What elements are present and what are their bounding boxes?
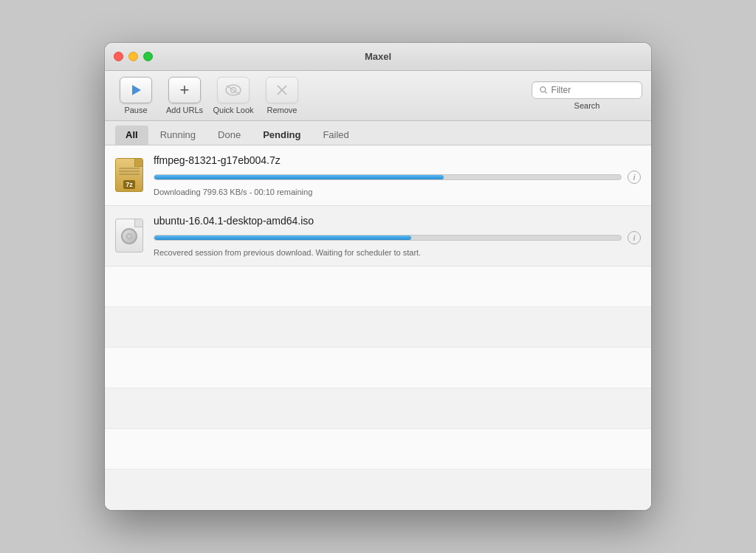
file-icon-7z: 7z [115,158,145,193]
search-wrapper: Search [532,81,642,110]
progress-bar-fill-1 [154,175,444,179]
icon-lines [119,168,140,176]
search-icon [540,86,548,95]
main-window: Maxel Pause + Add URLs Quick Look [105,43,651,510]
tab-done[interactable]: Done [207,126,251,145]
download-status-2: Recovered session from previous download… [154,248,641,257]
download-name-2: ubuntu-16.04.1-desktop-amd64.iso [154,215,641,227]
tab-all[interactable]: All [115,126,148,145]
empty-row-1 [105,267,651,307]
eye-icon [225,84,241,96]
remove-label: Remove [267,106,298,114]
window-title: Maxel [365,51,391,62]
search-input[interactable] [551,85,634,95]
7z-icon: 7z [115,158,143,192]
info-icon-2[interactable]: i [628,231,641,244]
download-item-2[interactable]: ubuntu-16.04.1-desktop-amd64.iso i Recov… [105,206,651,267]
download-name-1: ffmpeg-81321-g17eb004.7z [154,154,641,166]
pause-button[interactable]: Pause [114,77,158,114]
svg-line-6 [545,92,546,93]
tab-failed[interactable]: Failed [312,126,359,145]
info-icon-1[interactable]: i [628,171,641,184]
quick-look-button-icon [217,77,250,103]
file-icon-iso [115,219,145,254]
quick-look-button[interactable]: Quick Look [211,77,255,114]
download-status-1: Downloading 799.63 KB/s - 00:10 remainin… [154,188,641,196]
empty-row-4 [105,388,651,429]
add-urls-label: Add URLs [166,106,203,114]
empty-row-3 [105,348,651,388]
tab-bar: All Running Done Pending Failed [105,121,651,145]
disc-icon [121,228,137,244]
tab-running[interactable]: Running [150,126,206,145]
progress-bar-fill-2 [154,236,411,240]
progress-row-1: i [154,171,641,184]
empty-row-6 [105,470,651,510]
search-container [532,81,642,99]
traffic-lights [114,52,153,61]
iso-icon [115,219,143,253]
progress-row-2: i [154,231,641,244]
titlebar: Maxel [105,43,651,71]
close-button[interactable] [114,52,123,61]
remove-button[interactable]: Remove [260,77,304,114]
empty-row-5 [105,429,651,470]
add-urls-button-icon: + [168,77,201,103]
remove-button-icon [266,77,298,103]
download-item-1[interactable]: 7z ffmpeg-81321-g17eb004.7z i Downloadin… [105,145,651,206]
download-info-2: ubuntu-16.04.1-desktop-amd64.iso i Recov… [154,215,641,257]
x-icon [276,84,288,96]
download-list: 7z ffmpeg-81321-g17eb004.7z i Downloadin… [105,145,651,510]
svg-point-5 [540,87,546,92]
pause-label: Pause [124,106,147,114]
empty-row-2 [105,307,651,348]
quick-look-label: Quick Look [213,106,253,114]
plus-icon: + [180,82,190,98]
minimize-button[interactable] [128,52,138,61]
play-icon [132,85,141,95]
7z-label: 7z [123,180,135,189]
progress-bar-bg-1 [154,174,622,180]
maximize-button[interactable] [143,52,153,61]
tab-pending[interactable]: Pending [252,126,311,145]
pause-button-icon [120,77,152,103]
add-urls-button[interactable]: + Add URLs [162,77,207,114]
search-label: Search [574,101,600,110]
progress-bar-bg-2 [154,235,622,241]
toolbar: Pause + Add URLs Quick Look [105,71,651,121]
download-info-1: ffmpeg-81321-g17eb004.7z i Downloading 7… [154,154,641,196]
